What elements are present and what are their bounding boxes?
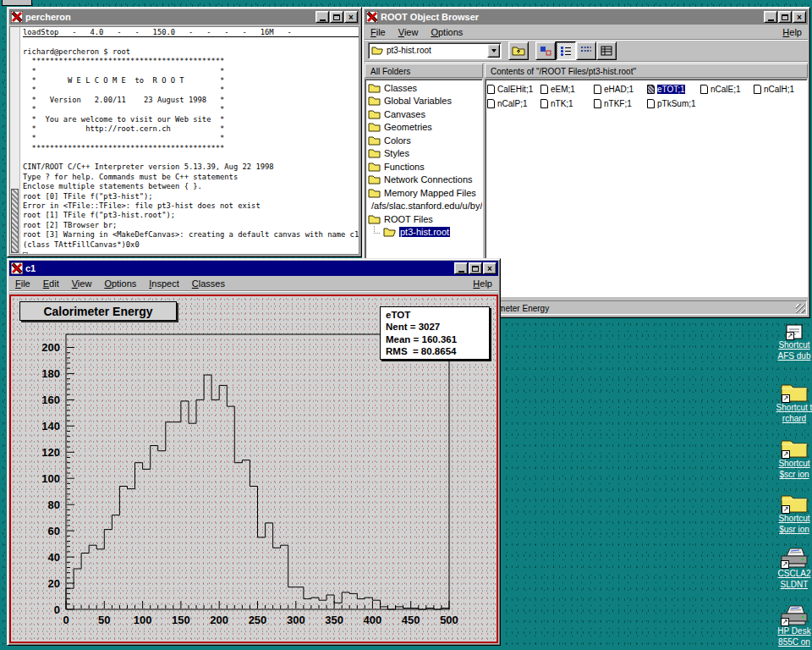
root-canvas-pad[interactable]: 0204060801001201401601802000501001502002… (9, 295, 498, 643)
menu-help[interactable]: Help (473, 278, 492, 289)
object-item-ncalh-1[interactable]: nCalH;1 (754, 83, 805, 96)
object-item-eem-1[interactable]: eEM;1 (540, 83, 592, 96)
tree-folder-memory-mapped-files[interactable]: Memory Mapped Files (365, 186, 482, 200)
terminal-line: root [3] Warning in <MakeDefCanvas>: cre… (23, 230, 359, 240)
histogram-title-box[interactable]: Calorimeter Energy (19, 301, 177, 321)
object-item-ehad-1[interactable]: eHAD;1 (594, 83, 645, 96)
object-item-etot-1[interactable]: eTOT;1 (647, 83, 699, 96)
menu-classes[interactable]: Classes (192, 278, 225, 289)
tree-folder-root-files[interactable]: ROOT Files (365, 212, 482, 226)
small-icons-button[interactable] (556, 41, 576, 60)
folder-icon (368, 174, 381, 185)
terminal-line: * You are welcome to visit our Web site … (23, 115, 359, 124)
close-icon[interactable]: × (344, 11, 358, 23)
details-view-button[interactable] (596, 41, 617, 60)
desktop-icon-shortcut-t-rchard[interactable]: ↗Shortcut trchard (763, 377, 812, 424)
svg-text:250: 250 (249, 614, 267, 626)
svg-text:200: 200 (41, 341, 60, 354)
menu-inspect[interactable]: Inspect (149, 278, 178, 289)
desktop-icon-label: SLDNT (781, 580, 809, 591)
background-window-fragment (2, 0, 32, 6)
svg-text:20: 20 (48, 577, 60, 590)
terminal-line (23, 153, 359, 162)
folder-combobox[interactable]: pt3-hist.root (368, 42, 502, 59)
c1-titlebar[interactable]: c1 × (9, 261, 498, 276)
canvas-window-c1[interactable]: c1 × FileEditViewOptionsInspectClassesHe… (7, 258, 501, 646)
tree-folder-classes[interactable]: Classes (365, 81, 482, 95)
close-icon[interactable]: × (793, 11, 806, 23)
desktop-icon-cscla2-sldnt[interactable]: ↗CSCLA2SLDNT (763, 543, 812, 590)
maximize-icon[interactable] (330, 11, 343, 23)
desktop-icon-label: AFS dub (778, 351, 811, 362)
tree-folder--afs-slac-stanford-edu-u-by-rcha[interactable]: /afs/slac.stanford.edu/u/by/rcha (365, 200, 482, 213)
object-item-ncale-1[interactable]: nCalE;1 (700, 83, 752, 96)
svg-text:0: 0 (63, 614, 69, 626)
menu-view[interactable]: View (72, 278, 92, 289)
browser-titlebar[interactable]: ROOT Object Browser × (365, 9, 808, 25)
object-item-calehit-1[interactable]: CalEHit;1 (487, 83, 539, 96)
menu-options[interactable]: Options (431, 27, 463, 37)
object-item-ptksum-1[interactable]: pTkSum;1 (647, 97, 699, 110)
shortcut-arrow-icon: ↗ (781, 560, 789, 569)
tree-folder-network-connections[interactable]: Network Connections (365, 174, 482, 187)
desktop-icon-shortcut-usr-ion[interactable]: ↗Shortcut$usr ion (763, 488, 812, 535)
menu-file[interactable]: File (15, 278, 30, 289)
close-icon[interactable]: × (483, 262, 497, 274)
tree-folder-geometries[interactable]: Geometries (365, 121, 482, 135)
desktop-icon-label: Shortcut (778, 514, 809, 525)
minimize-icon[interactable] (315, 11, 329, 23)
terminal-line: □ (23, 250, 359, 255)
open-folder-icon (383, 227, 396, 237)
tree-folder-colors[interactable]: Colors (365, 134, 482, 147)
terminal-scrollbar[interactable] (10, 27, 20, 254)
maximize-icon[interactable] (469, 262, 482, 274)
desktop-icon-hp-desk-855c-on[interactable]: ↗HP Desk855C on (763, 601, 812, 647)
large-icons-button[interactable] (535, 41, 556, 60)
combobox-dropdown-button[interactable] (487, 44, 500, 58)
object-item-ntkf-1[interactable]: nTKF;1 (594, 97, 645, 110)
terminal-line: * http://root.cern.ch * (23, 124, 359, 134)
tree-folder-label: Memory Mapped Files (384, 188, 476, 198)
svg-text:160: 160 (41, 394, 60, 406)
object-item-ncalp-1[interactable]: nCalP;1 (487, 97, 539, 110)
svg-text:0: 0 (54, 603, 60, 616)
menu-edit[interactable]: Edit (43, 278, 59, 289)
browser-menubar: FileViewOptionsHelp (365, 25, 808, 40)
menu-options[interactable]: Options (104, 278, 136, 289)
folder-icon (368, 96, 381, 106)
maximize-icon[interactable] (778, 11, 792, 23)
terminal-client[interactable]: loadStop - 4.0 - - 150.0 - - - - 16M -ri… (9, 26, 359, 255)
menu-view[interactable]: View (398, 27, 419, 37)
tree-folder-canvases[interactable]: Canvases (365, 107, 482, 121)
minimize-icon[interactable] (764, 11, 777, 23)
tree-file-pt3-hist-root[interactable]: pt3-hist.root (365, 226, 482, 240)
minimize-icon[interactable] (454, 262, 468, 274)
contents-pane[interactable]: CalEHit;1eEM;1eHAD;1eTOT;1nCalE;1nCalH;1… (485, 79, 808, 297)
desktop-icon-shortcut-afs-dub[interactable]: ↗ShortcutAFS dub (763, 315, 812, 361)
menu-file[interactable]: File (370, 27, 386, 37)
leaf-icon (487, 85, 495, 94)
tree-folder-functions[interactable]: Functions (365, 160, 482, 174)
svg-text:140: 140 (41, 420, 60, 432)
folder-icon (368, 83, 381, 93)
tree-folder-styles[interactable]: Styles (365, 147, 482, 161)
terminal-scrollbar-thumb[interactable] (11, 189, 19, 253)
tree-folder-global-variables[interactable]: Global Variables (365, 95, 482, 108)
terminal-line: * * (23, 85, 359, 95)
c1-title: c1 (25, 263, 36, 273)
desktop-icon-shortcut-scr-ion[interactable]: ↗Shortcut$scr ion (763, 433, 812, 480)
up-one-level-button[interactable] (508, 41, 529, 60)
leaf-icon (594, 99, 601, 108)
details-view-icon (601, 46, 612, 56)
combobox-value: pt3-hist.root (387, 46, 484, 55)
list-view-button[interactable] (576, 41, 596, 60)
tree-folder-label: Canvases (384, 109, 425, 119)
stats-rms: RMS = 80.8654 (386, 345, 489, 357)
object-item-ntk-1[interactable]: nTK;1 (540, 97, 592, 110)
folder-icon (368, 188, 381, 198)
terminal-window[interactable]: percheron × loadStop - 4.0 - - 150.0 - -… (7, 7, 362, 257)
resize-grip[interactable] (796, 304, 805, 313)
menu-help[interactable]: Help (782, 27, 802, 37)
statistics-box[interactable]: eTOT Nent = 3027 Mean = 160.361 RMS = 80… (380, 306, 490, 360)
terminal-titlebar[interactable]: percheron × (9, 9, 359, 25)
